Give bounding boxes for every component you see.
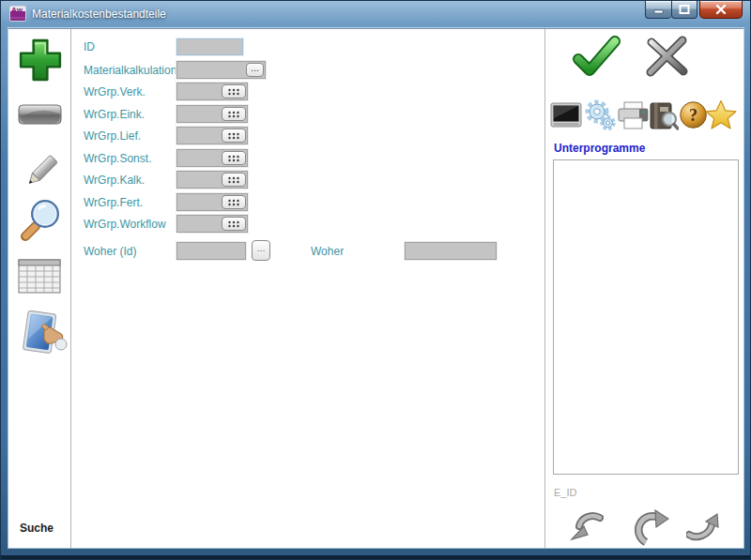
search-button[interactable]	[16, 198, 63, 247]
woher-id-input[interactable]	[176, 242, 246, 260]
field-label-wrgrp-verk: WrGrp.Verk.	[84, 85, 146, 98]
gears-icon	[584, 118, 617, 134]
field-label-id: ID	[84, 40, 95, 53]
wrgrp-sonst-grid-button[interactable]	[222, 151, 246, 165]
select-record-button[interactable]	[18, 310, 69, 359]
field-label-wrgrp-lief: WrGrp.Lief.	[84, 129, 141, 143]
magnifier-icon	[16, 230, 63, 246]
window-frame-bottom	[1, 555, 750, 559]
grid-dots-icon	[227, 150, 240, 167]
minus-bar-icon	[18, 112, 62, 128]
table-view-button[interactable]	[18, 257, 62, 298]
minimize-button[interactable]	[645, 1, 671, 19]
subprograms-list[interactable]	[553, 159, 739, 475]
wrgrp-eink-field	[176, 105, 248, 123]
field-label-woher-id: Woher (Id)	[84, 245, 136, 258]
confirm-button[interactable]	[570, 34, 622, 83]
ellipsis-icon: ...	[256, 243, 265, 252]
wrgrp-lief-field	[176, 127, 248, 144]
app-icon: Aw	[9, 6, 26, 22]
plus-icon	[17, 70, 64, 86]
forward-button[interactable]	[686, 511, 719, 545]
grid-dots-icon	[227, 172, 240, 189]
pencil-icon	[21, 178, 60, 194]
sidebar-toolbar: Suche	[8, 29, 71, 548]
field-label-wrgrp-fert: WrGrp.Fert.	[84, 196, 143, 209]
delete-record-button[interactable]	[18, 104, 62, 129]
edit-record-button[interactable]	[21, 152, 60, 195]
wrgrp-kalk-field	[176, 171, 248, 189]
materialkalkulation-field: ...	[176, 61, 266, 79]
content-area: Suche ID Materialkalkulation ... WrGrp.V…	[8, 28, 743, 548]
svg-text:?: ?	[689, 106, 697, 125]
check-icon	[570, 66, 622, 82]
grid-dots-icon	[227, 194, 240, 211]
print-button[interactable]	[616, 100, 651, 135]
subprograms-heading: Unterprogramme	[554, 142, 645, 155]
right-panel: ? Unterprogramme E_ID	[544, 29, 743, 548]
close-button[interactable]	[699, 1, 743, 19]
form-panel: ID Materialkalkulation ... WrGrp.Verk. W…	[72, 29, 544, 548]
table-grid-icon	[18, 281, 62, 297]
grid-dots-icon	[227, 106, 240, 123]
favorite-button[interactable]	[705, 99, 737, 133]
field-label-materialkalkulation: Materialkalkulation	[84, 64, 176, 77]
wrgrp-workflow-field	[176, 215, 248, 233]
arrow-back-icon	[569, 530, 604, 546]
grid-dots-icon	[227, 128, 240, 144]
window-controls	[645, 1, 743, 19]
wrgrp-workflow-grid-button[interactable]	[222, 217, 246, 231]
materialkalkulation-lookup-button[interactable]: ...	[246, 63, 264, 77]
x-icon	[639, 66, 694, 82]
wrgrp-sonst-field	[176, 149, 248, 167]
back-button[interactable]	[569, 511, 604, 547]
wrgrp-verk-field	[176, 83, 248, 100]
cancel-button[interactable]	[639, 34, 694, 83]
record-id-label: E_ID	[554, 487, 576, 498]
settings-button[interactable]	[584, 99, 617, 135]
app-window: Aw Materialkostenbestandteile	[0, 0, 751, 560]
field-label-wrgrp-kalk: WrGrp.Kalk.	[84, 174, 145, 187]
monitor-button[interactable]	[550, 101, 583, 134]
question-mark-icon: ?	[679, 116, 708, 132]
grid-dots-icon	[227, 216, 240, 233]
field-label-woher: Woher	[311, 245, 344, 258]
help-button[interactable]: ?	[679, 100, 708, 133]
search-mode-label: Suche	[20, 522, 54, 535]
wrgrp-verk-grid-button[interactable]	[222, 84, 246, 98]
ellipsis-icon: ...	[251, 64, 259, 72]
field-label-wrgrp-sonst: WrGrp.Sonst.	[84, 152, 151, 165]
archive-magnifier-icon	[647, 118, 679, 134]
add-record-button[interactable]	[17, 37, 64, 87]
printer-icon	[616, 118, 651, 134]
touch-screen-icon	[18, 342, 69, 358]
wrgrp-lief-grid-button[interactable]	[222, 129, 246, 143]
star-icon	[705, 116, 737, 132]
titlebar: Aw Materialkostenbestandteile	[1, 1, 750, 28]
woher-id-lookup-button[interactable]: ...	[252, 240, 270, 261]
field-label-wrgrp-eink: WrGrp.Eink.	[84, 108, 145, 121]
wrgrp-fert-grid-button[interactable]	[222, 195, 246, 209]
refresh-button[interactable]	[632, 507, 669, 551]
grid-dots-icon	[227, 83, 240, 100]
field-label-wrgrp-workflow: WrGrp.Workflow	[84, 218, 166, 231]
wrgrp-eink-grid-button[interactable]	[222, 107, 246, 121]
window-title: Materialkostenbestandteile	[32, 8, 166, 21]
wrgrp-kalk-grid-button[interactable]	[222, 173, 246, 187]
woher-input[interactable]	[405, 242, 497, 260]
arrow-forward-icon	[686, 528, 719, 544]
monitor-icon	[550, 117, 583, 133]
archive-search-button[interactable]	[647, 100, 679, 135]
wrgrp-fert-field	[176, 193, 248, 211]
maximize-button[interactable]	[671, 1, 697, 19]
arrow-refresh-icon	[632, 534, 669, 550]
id-input[interactable]	[176, 38, 243, 55]
